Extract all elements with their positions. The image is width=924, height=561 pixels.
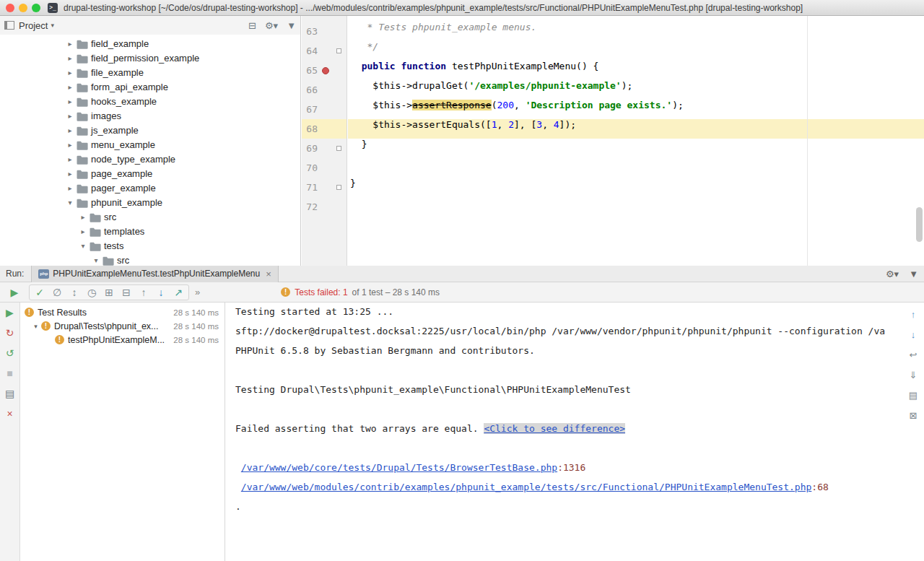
chevron-right-icon[interactable]: ▸	[65, 184, 75, 192]
restore-layout-icon[interactable]: ▤	[5, 388, 14, 399]
project-item-phpunit_example[interactable]: ▾phpunit_example	[0, 195, 300, 209]
line-number: 71	[302, 182, 318, 193]
settings-icon[interactable]: ⚙▾	[886, 269, 899, 279]
rerun-icon[interactable]: ▶	[6, 307, 14, 318]
code-line-70[interactable]	[348, 158, 924, 178]
test-tree-row[interactable]: !testPhpUnitExampleM...28 s 140 ms	[20, 333, 225, 347]
rerun-failed-tests-icon[interactable]: ↻	[6, 327, 14, 339]
project-item-field_permission_example[interactable]: ▸field_permission_example	[0, 51, 300, 65]
console-file-link[interactable]: /var/www/web/modules/contrib/examples/ph…	[241, 482, 812, 492]
previous-failed-test-icon[interactable]: ↑	[135, 285, 152, 300]
project-item-templates[interactable]: ▸templates	[0, 224, 300, 238]
chevron-right-icon[interactable]: ▸	[65, 83, 75, 91]
project-item-field_example[interactable]: ▸field_example	[0, 36, 300, 51]
code-area[interactable]: * Tests phpunit_example menus. */ public…	[348, 16, 924, 266]
project-item-page_example[interactable]: ▸page_example	[0, 166, 300, 181]
fold-marker-icon[interactable]	[336, 48, 341, 53]
hide-panel-icon[interactable]: ▼	[909, 269, 918, 279]
clear-all-icon[interactable]: ⊠	[910, 409, 918, 422]
code-line-65[interactable]: public function testPhpUnitExampleMenu()…	[348, 61, 924, 80]
project-item-src[interactable]: ▾src	[0, 253, 300, 266]
chevron-right-icon[interactable]: ▸	[65, 141, 75, 149]
chevron-right-icon[interactable]: ▸	[65, 126, 75, 134]
code-line-68[interactable]: $this->assertEquals([1, 2], [3, 4]);	[348, 119, 924, 139]
chevron-down-icon[interactable]: ▾	[65, 199, 75, 206]
project-item-file_example[interactable]: ▸file_example	[0, 65, 300, 79]
code-line-67[interactable]: $this->assertResponse(200, 'Description …	[348, 100, 924, 119]
hide-panel-icon[interactable]: ▼	[287, 20, 296, 31]
project-item-images[interactable]: ▸images	[0, 108, 300, 123]
project-item-pager_example[interactable]: ▸pager_example	[0, 181, 300, 195]
failed-test-marker-icon[interactable]	[322, 67, 329, 74]
chevron-down-icon[interactable]: ▾	[78, 242, 88, 250]
close-icon[interactable]: ×	[6, 408, 12, 419]
zoom-window-button[interactable]	[32, 4, 40, 12]
close-window-button[interactable]	[6, 4, 14, 12]
settings-icon[interactable]: ⚙▾	[265, 20, 278, 31]
line-number: 68	[302, 123, 318, 134]
code-line-71[interactable]: }	[348, 178, 924, 197]
show-passed-icon[interactable]: ✓	[31, 285, 48, 300]
fold-marker-icon[interactable]	[336, 185, 341, 190]
run-tab[interactable]: php PHPUnitExampleMenuTest.testPhpUnitEx…	[31, 266, 278, 282]
project-panel: Project ▾ ⊟⚙▾▼ ▸field_example▸field_perm…	[0, 16, 301, 266]
collapse-all-icon[interactable]: ⊟	[118, 285, 135, 300]
chevron-right-icon[interactable]: ▸	[78, 213, 88, 221]
test-tree-row[interactable]: !Test Results28 s 140 ms	[20, 305, 225, 319]
code-line-69[interactable]: }	[348, 139, 924, 158]
project-item-label: hooks_example	[91, 96, 157, 107]
more-actions-icon[interactable]: »	[195, 287, 200, 297]
next-failed-test-icon[interactable]: ↓	[152, 285, 170, 300]
chevron-right-icon[interactable]: ▸	[65, 69, 75, 77]
project-item-node_type_example[interactable]: ▸node_type_example	[0, 152, 300, 166]
chevron-down-icon[interactable]: ▾	[91, 256, 101, 264]
project-panel-title[interactable]: Project	[19, 20, 48, 31]
chevron-down-icon[interactable]: ▾	[30, 323, 41, 330]
code-line-66[interactable]: $this->drupalGet('/examples/phpunit-exam…	[348, 80, 924, 100]
code-line-63[interactable]: * Tests phpunit_example menus.	[348, 22, 924, 41]
show-ignored-icon[interactable]: ∅	[48, 285, 66, 300]
chevron-right-icon[interactable]: ▸	[65, 112, 75, 120]
see-difference-link[interactable]: <Click to see difference>	[484, 423, 625, 434]
expand-all-icon[interactable]: ⊞	[100, 285, 118, 300]
editor[interactable]: 63646566676869707172 * Tests phpunit_exa…	[302, 16, 924, 266]
console[interactable]: Testing started at 13:25 ...sftp://docke…	[225, 303, 902, 561]
project-item-form_api_example[interactable]: ▸form_api_example	[0, 79, 300, 94]
project-item-tests[interactable]: ▾tests	[0, 238, 300, 253]
code-line-72[interactable]	[348, 197, 924, 217]
chevron-right-icon[interactable]: ▸	[65, 97, 75, 105]
chevron-right-icon[interactable]: ▸	[65, 54, 75, 62]
minimize-window-button[interactable]	[19, 4, 27, 12]
chevron-right-icon[interactable]: ▸	[65, 155, 75, 163]
import-test-results-icon[interactable]: ↗	[170, 285, 187, 300]
project-item-hooks_example[interactable]: ▸hooks_example	[0, 94, 300, 108]
window-title: drupal-testing-workshop [~/Code/os/drupa…	[64, 0, 918, 16]
previous-occurrence-icon[interactable]: ↑	[911, 308, 916, 321]
rerun-icon[interactable]: ▶	[6, 285, 23, 300]
folder-icon	[103, 256, 114, 265]
toggle-auto-test-icon[interactable]: ↺	[6, 347, 14, 359]
test-tree-row[interactable]: ▾!Drupal\Tests\phpunit_ex...28 s 140 ms	[20, 319, 225, 333]
editor-scrollbar[interactable]	[916, 207, 923, 242]
chevron-right-icon[interactable]: ▸	[65, 40, 75, 48]
console-text	[235, 482, 241, 492]
sort-by-duration-icon[interactable]: ◷	[83, 285, 100, 300]
print-icon[interactable]: ▤	[909, 389, 918, 402]
collapse-all-icon[interactable]: ⊟	[248, 20, 256, 31]
next-occurrence-icon[interactable]: ↓	[911, 329, 916, 342]
chevron-right-icon[interactable]: ▸	[65, 170, 75, 178]
console-file-link[interactable]: /var/www/web/core/tests/Drupal/Tests/Bro…	[241, 462, 557, 473]
sort-alphabetically-icon[interactable]: ↕	[66, 285, 83, 300]
scroll-to-end-icon[interactable]: ⇓	[910, 369, 918, 382]
project-item-src[interactable]: ▸src	[0, 209, 300, 224]
project-item-menu_example[interactable]: ▸menu_example	[0, 137, 300, 152]
fold-marker-icon[interactable]	[336, 146, 341, 151]
close-tab-icon[interactable]: ×	[266, 269, 271, 279]
code-line-64[interactable]: */	[348, 41, 924, 61]
soft-wrap-icon[interactable]: ↩	[910, 349, 918, 362]
chevron-down-icon[interactable]: ▾	[51, 22, 54, 29]
stop-icon[interactable]: ■	[6, 368, 12, 379]
project-item-js_example[interactable]: ▸js_example	[0, 123, 300, 137]
chevron-right-icon[interactable]: ▸	[78, 227, 88, 235]
titlebar[interactable]: >_ drupal-testing-workshop [~/Code/os/dr…	[0, 0, 924, 16]
